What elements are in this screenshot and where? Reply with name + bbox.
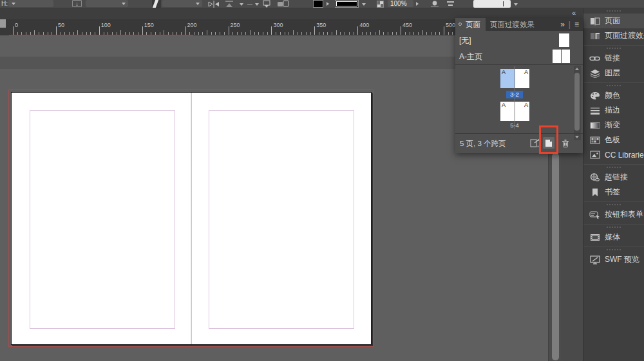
layers-icon bbox=[589, 68, 600, 78]
group-grip[interactable] bbox=[583, 225, 644, 230]
ruler-label: 200 bbox=[187, 22, 197, 28]
dock-item-swf-preview[interactable]: SWF 预览 bbox=[583, 252, 644, 267]
document-vertical-scrollbar[interactable] bbox=[548, 153, 561, 361]
collapse-panels-button[interactable]: « bbox=[572, 9, 576, 17]
group-grip[interactable] bbox=[583, 46, 644, 51]
master-row-a-master[interactable]: A-主页 bbox=[455, 48, 583, 64]
media-icon bbox=[589, 232, 600, 242]
stroke-icon bbox=[589, 106, 600, 115]
h-combo-box[interactable] bbox=[8, 0, 53, 7]
page-thumbnail-2-selected[interactable]: A bbox=[500, 69, 515, 88]
dock-item-label: 描边 bbox=[605, 105, 620, 116]
pages-panel-header: 页面 页面过渡效果 » | ≡ bbox=[455, 18, 583, 31]
control-bar: H: ↓ bbox=[0, 0, 644, 8]
chevron-down-icon[interactable] bbox=[514, 3, 518, 6]
master-prefix: A bbox=[524, 102, 528, 108]
bleed-guide-partial-line bbox=[9, 35, 193, 35]
align-icon[interactable] bbox=[446, 0, 455, 8]
margin-guide-left-page bbox=[30, 110, 175, 329]
stroke-color-swatch[interactable] bbox=[335, 0, 359, 8]
chevron-down-icon[interactable] bbox=[240, 3, 243, 6]
display-performance-icon[interactable] bbox=[277, 0, 290, 8]
reference-point-icon[interactable] bbox=[261, 0, 272, 8]
tab-page-transitions[interactable]: 页面过渡效果 bbox=[485, 18, 540, 31]
panel-menu-icon[interactable]: ≡ bbox=[574, 20, 579, 29]
flip-horizontal-icon[interactable] bbox=[207, 1, 220, 8]
dock-item-swatches[interactable]: 色板 bbox=[583, 133, 644, 147]
page-thumbnail-3[interactable]: A bbox=[515, 69, 529, 88]
flip-vertical-icon[interactable] bbox=[224, 1, 234, 8]
dock-group: 页面 页面过渡效果 bbox=[583, 8, 644, 45]
master-row-none[interactable]: [无] bbox=[455, 32, 583, 48]
expand-arrow-icon[interactable] bbox=[327, 2, 329, 6]
page-thumbnail-4[interactable]: A bbox=[500, 102, 515, 121]
tab-pages[interactable]: 页面 bbox=[455, 18, 486, 31]
master-prefix: A bbox=[524, 69, 528, 75]
dock-item-buttons-forms[interactable]: 按钮和表单 bbox=[583, 207, 644, 222]
dock-item-label: 页面 bbox=[605, 15, 620, 26]
dock-group: 媒体 bbox=[583, 224, 644, 246]
delete-page-button[interactable] bbox=[560, 137, 571, 149]
h-field-label: H: bbox=[1, 0, 8, 7]
stroke-type-preview-icon[interactable] bbox=[152, 0, 161, 8]
panel-scrollbar-thumb[interactable] bbox=[574, 73, 580, 131]
fill-color-swatch[interactable] bbox=[313, 0, 323, 8]
chevron-down-icon bbox=[122, 3, 126, 5]
dock-item-label: 颜色 bbox=[605, 90, 620, 101]
stroke-combo-box[interactable] bbox=[162, 0, 202, 7]
spread-label[interactable]: 5-4 bbox=[506, 122, 523, 129]
chevron-down-icon[interactable] bbox=[255, 3, 259, 6]
dock-item-bookmarks[interactable]: 书签 bbox=[583, 185, 644, 199]
dock-item-label: 色板 bbox=[605, 134, 620, 145]
indesign-app-window: H: ↓ bbox=[0, 0, 644, 361]
writing-direction-icon[interactable]: ↓ bbox=[72, 0, 82, 7]
ruler-label: 0 bbox=[15, 22, 18, 28]
master-thumbnail-single[interactable] bbox=[559, 33, 569, 47]
group-grip[interactable] bbox=[583, 8, 644, 14]
group-grip[interactable] bbox=[583, 165, 644, 170]
dock-item-stroke[interactable]: 描边 bbox=[583, 103, 644, 118]
panel-vertical-scrollbar[interactable] bbox=[574, 66, 581, 140]
page-transitions-icon bbox=[589, 31, 600, 41]
scroll-up-arrow-icon[interactable] bbox=[575, 68, 579, 70]
spread-label-selected[interactable]: 3-2 bbox=[506, 91, 523, 98]
search-input[interactable] bbox=[473, 0, 511, 8]
dock-item-links[interactable]: 链接 bbox=[583, 51, 644, 66]
dock-item-hyperlinks[interactable]: 超链接 bbox=[583, 170, 644, 185]
group-grip[interactable] bbox=[583, 247, 644, 252]
dock-item-label: SWF 预览 bbox=[605, 254, 639, 265]
dock-group: 按钮和表单 bbox=[583, 201, 644, 224]
transparency-checker-icon[interactable] bbox=[377, 1, 384, 8]
style-combo-box[interactable] bbox=[86, 0, 128, 7]
chevron-down-icon[interactable] bbox=[362, 3, 366, 6]
drop-shadow-icon[interactable] bbox=[430, 0, 440, 8]
master-thumbnail-right[interactable] bbox=[562, 50, 570, 63]
page-thumbnail-5[interactable]: A bbox=[515, 102, 529, 121]
dock-item-color[interactable]: 颜色 bbox=[583, 88, 644, 103]
chevron-down-icon bbox=[196, 3, 200, 5]
master-thumbnail-left[interactable] bbox=[553, 50, 561, 63]
dock-group: 颜色 描边 渐变 色板 bbox=[583, 82, 644, 164]
group-grip[interactable] bbox=[583, 83, 644, 88]
dock-group: 超链接 书签 bbox=[583, 164, 644, 201]
dock-item-gradient[interactable]: 渐变 bbox=[583, 118, 644, 133]
master-prefix: A bbox=[502, 102, 506, 108]
master-label: [无] bbox=[459, 35, 471, 46]
tab-overflow-icon[interactable]: » bbox=[560, 20, 565, 29]
link-icon bbox=[589, 53, 600, 63]
document-spread[interactable] bbox=[11, 92, 372, 345]
document-vertical-scrollbar-thumb[interactable] bbox=[552, 153, 559, 360]
group-grip[interactable] bbox=[583, 202, 644, 207]
dock-item-pages[interactable]: 页面 bbox=[583, 14, 644, 28]
dock-item-label: 图层 bbox=[605, 68, 620, 79]
edit-page-size-button[interactable] bbox=[529, 137, 541, 149]
opacity-field[interactable]: 100% bbox=[388, 0, 413, 7]
expand-arrow-icon[interactable] bbox=[416, 2, 419, 6]
ruler-label: 350 bbox=[316, 22, 326, 28]
dock-item-media[interactable]: 媒体 bbox=[583, 230, 644, 245]
dock-item-page-transitions[interactable]: 页面过渡效果 bbox=[583, 28, 644, 43]
dock-item-cc-libraries[interactable]: CC Libraries bbox=[583, 147, 644, 162]
new-page-button[interactable] bbox=[543, 137, 554, 149]
panel-dock: 页面 页面过渡效果 链接 图层 bbox=[583, 8, 644, 361]
dock-item-layers[interactable]: 图层 bbox=[583, 66, 644, 80]
